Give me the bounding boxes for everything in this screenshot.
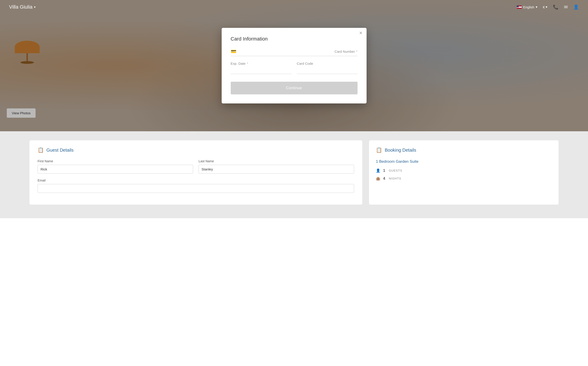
booking-details-card: 📋 Booking Details 1 Bedroom Garden Suite… bbox=[369, 140, 558, 205]
card-number-input[interactable] bbox=[239, 50, 332, 53]
nights-count: 4 bbox=[383, 176, 385, 181]
email-row: Email bbox=[38, 179, 354, 193]
room-name: 1 Bedroom Garden Suite bbox=[376, 159, 552, 164]
email-group: Email bbox=[38, 179, 354, 193]
nights-icon: 🏨 bbox=[376, 176, 380, 181]
booking-details-title: 📋 Booking Details bbox=[376, 147, 552, 153]
nights-label: NIGHTS bbox=[389, 177, 401, 180]
modal-close-button[interactable]: ✕ bbox=[359, 31, 362, 35]
nights-row: 🏨 4 NIGHTS bbox=[376, 176, 552, 181]
first-name-group: First Name bbox=[38, 159, 193, 174]
card-code-field: Card Code bbox=[297, 61, 358, 74]
last-name-label: Last Name bbox=[199, 159, 354, 163]
exp-date-field: Exp. Date * bbox=[231, 61, 291, 74]
modal-backdrop: Card Information ✕ 💳 Card Number * Exp. bbox=[0, 0, 588, 131]
name-row: First Name Last Name bbox=[38, 159, 354, 174]
email-label: Email bbox=[38, 179, 354, 182]
booking-icon: 📋 bbox=[376, 147, 382, 153]
guest-details-card: 📋 Guest Details First Name Last Name Ema… bbox=[30, 140, 362, 205]
guests-count: 1 bbox=[383, 169, 385, 173]
card-number-label: Card Number * bbox=[334, 50, 357, 53]
expiry-code-row: Exp. Date * Card Code bbox=[231, 61, 358, 74]
last-name-input[interactable] bbox=[199, 165, 354, 174]
guest-details-title: 📋 Guest Details bbox=[38, 147, 354, 153]
guests-row: 👤 1 GUESTS bbox=[376, 168, 552, 173]
exp-date-label: Exp. Date * bbox=[231, 61, 291, 65]
first-name-input[interactable] bbox=[38, 165, 193, 174]
credit-card-icon: 💳 bbox=[231, 49, 236, 54]
first-name-label: First Name bbox=[38, 159, 193, 163]
card-code-label: Card Code bbox=[297, 61, 358, 65]
modal-title: Card Information bbox=[231, 36, 358, 42]
last-name-group: Last Name bbox=[199, 159, 354, 174]
email-input[interactable] bbox=[38, 184, 354, 193]
continue-button[interactable]: Continue bbox=[231, 82, 358, 94]
guest-icon: 📋 bbox=[38, 147, 44, 153]
hero-section: View Photos Card Information ✕ 💳 Card Nu… bbox=[0, 0, 588, 131]
guests-label: GUESTS bbox=[389, 169, 402, 172]
card-information-modal: Card Information ✕ 💳 Card Number * Exp. bbox=[222, 28, 367, 103]
guests-icon: 👤 bbox=[376, 168, 380, 173]
card-number-field: 💳 Card Number * bbox=[231, 49, 358, 56]
exp-date-input[interactable] bbox=[231, 67, 291, 74]
lower-section: 📋 Guest Details First Name Last Name Ema… bbox=[0, 131, 588, 218]
card-code-input[interactable] bbox=[297, 67, 358, 74]
